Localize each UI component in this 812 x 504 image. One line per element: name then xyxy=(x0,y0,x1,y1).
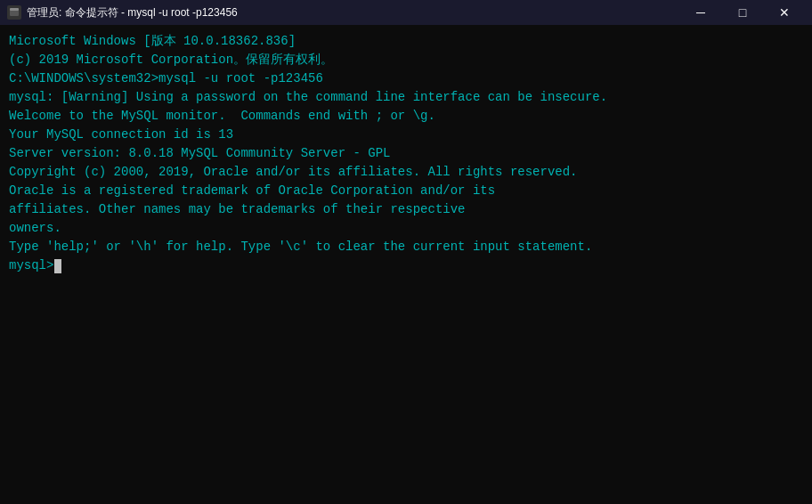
terminal-line: Microsoft Windows [版本 10.0.18362.836] xyxy=(9,32,803,51)
terminal-line: Your MySQL connection id is 13 xyxy=(9,126,803,144)
title-bar: 管理员: 命令提示符 - mysql -u root -p123456 ─ □ … xyxy=(0,0,812,25)
minimize-button[interactable]: ─ xyxy=(680,0,721,25)
terminal-line: Welcome to the MySQL monitor. Commands e… xyxy=(9,107,803,126)
maximize-button[interactable]: □ xyxy=(722,0,763,25)
svg-rect-0 xyxy=(10,10,19,16)
terminal-line: Copyright (c) 2000, 2019, Oracle and/or … xyxy=(9,163,803,182)
prompt-text: mysql> xyxy=(9,256,53,275)
terminal-line: mysql: [Warning] Using a password on the… xyxy=(9,88,803,107)
cursor xyxy=(54,259,61,273)
terminal-line: C:\WINDOWS\system32>mysql -u root -p1234… xyxy=(9,69,803,88)
terminal-line: Server version: 8.0.18 MySQL Community S… xyxy=(9,144,803,163)
terminal-line: Type 'help;' or '\h' for help. Type '\c'… xyxy=(9,238,803,256)
terminal-line: mysql> xyxy=(9,256,803,275)
terminal[interactable]: Microsoft Windows [版本 10.0.18362.836](c)… xyxy=(0,25,812,504)
terminal-line: affiliates. Other names may be trademark… xyxy=(9,200,803,219)
title-bar-icon xyxy=(7,5,21,20)
close-button[interactable]: ✕ xyxy=(764,0,805,25)
terminal-line: (c) 2019 Microsoft Corporation。保留所有权利。 xyxy=(9,51,803,69)
title-bar-controls: ─ □ ✕ xyxy=(680,0,805,25)
terminal-line: Oracle is a registered trademark of Orac… xyxy=(9,182,803,200)
svg-rect-1 xyxy=(10,8,19,11)
title-bar-text: 管理员: 命令提示符 - mysql -u root -p123456 xyxy=(27,5,238,20)
terminal-line: owners. xyxy=(9,219,803,238)
